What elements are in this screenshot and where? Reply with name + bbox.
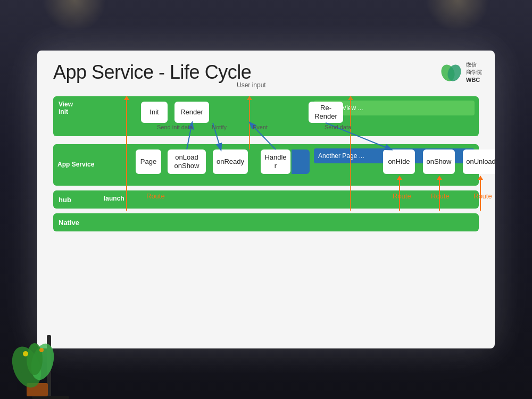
notify-label: Notify [212, 124, 227, 130]
route-label-2: Route [393, 192, 411, 200]
on-show-box: onShow [423, 149, 455, 174]
presentation-slide: App Service - Life Cycle 微信 商学院 WBC User… [37, 51, 495, 348]
native-label: Native [59, 219, 79, 227]
wbc-logo-text: 微信 商学院 WBC [466, 61, 482, 84]
plant-left [11, 330, 64, 399]
orange-arrow-user-input [249, 96, 250, 149]
event-label: Event [253, 124, 268, 130]
on-hide-box: onHide [383, 149, 415, 174]
svg-point-11 [39, 348, 44, 352]
ceiling-light-right [426, 0, 489, 32]
svg-point-9 [27, 343, 43, 375]
room-background: App Service - Life Cycle 微信 商学院 WBC User… [0, 0, 532, 399]
svg-point-10 [23, 351, 28, 356]
app-service-label: App Service [57, 161, 94, 169]
render-box: Render [174, 102, 209, 123]
lifecycle-diagram: User input View init Another View ... In… [53, 91, 479, 314]
on-load-on-show-box: onLoad onShow [168, 149, 206, 174]
send-init-data-label: Send init data [157, 124, 193, 130]
send-data-label: Send data [325, 124, 351, 130]
orange-arrow-1 [126, 96, 127, 211]
on-ready-box: onReady [213, 149, 248, 174]
on-unload-box: onUnload [463, 149, 495, 174]
page-box: Page [136, 149, 161, 174]
re-render-box: Re- Render [309, 102, 343, 123]
orange-arrow-rerender [350, 96, 351, 211]
wbc-logo: 微信 商学院 WBC [439, 61, 482, 85]
ceiling-light-left [43, 0, 106, 32]
slide-title: App Service - Life Cycle [53, 61, 479, 84]
wbc-logo-icon [439, 61, 463, 85]
handler-blue-ext [292, 149, 310, 174]
another-page-label: Another Page ... [318, 152, 364, 160]
native-row: Native [53, 213, 479, 231]
route-label-4: Route [473, 192, 492, 200]
launch-label: launch [104, 195, 124, 202]
view-init-label: View init [59, 101, 73, 116]
handler-box: Handle r [261, 149, 290, 174]
route-label-3: Route [431, 192, 450, 200]
route-label-1: Route [146, 192, 165, 200]
init-box: Init [141, 102, 168, 123]
user-input-label: User input [237, 81, 266, 89]
hub-label: hub [59, 196, 71, 204]
